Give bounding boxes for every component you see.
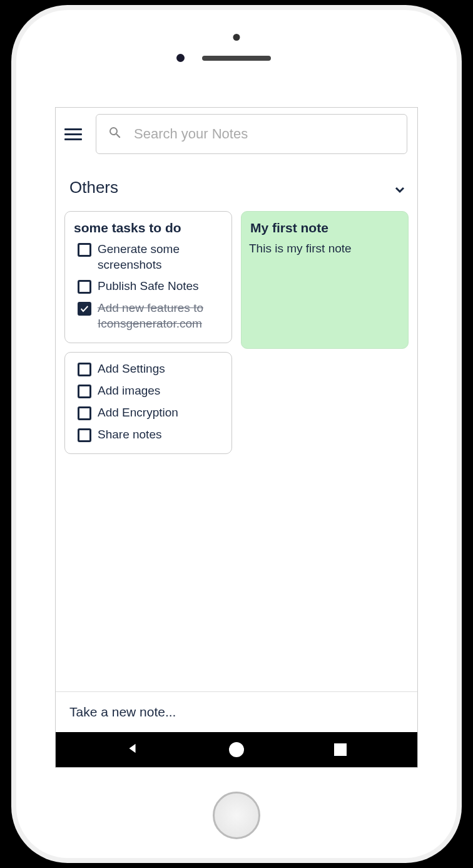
checkbox-unchecked-icon[interactable] — [78, 385, 91, 398]
nav-recent-button[interactable] — [332, 741, 348, 758]
task-row[interactable]: Add Encryption — [73, 405, 224, 421]
search-input[interactable] — [134, 126, 395, 142]
front-camera — [176, 54, 185, 62]
android-nav-bar — [56, 732, 417, 767]
note-title: some tasks to do — [73, 220, 224, 235]
app-screen: Others some tasks to do Generate some sc… — [55, 107, 418, 768]
new-note-button[interactable]: Take a new note... — [56, 691, 417, 732]
note-card-tasks[interactable]: Add Settings Add images Add Encryption — [64, 352, 232, 454]
checkbox-unchecked-icon[interactable] — [78, 428, 91, 442]
note-card-tasks[interactable]: some tasks to do Generate some screensho… — [64, 211, 232, 343]
checkbox-unchecked-icon[interactable] — [78, 280, 91, 294]
home-circle-icon — [229, 742, 244, 757]
menu-button[interactable] — [62, 123, 84, 145]
top-sensor — [233, 34, 240, 41]
phone-home-button[interactable] — [213, 792, 260, 839]
task-label: Add new features to Iconsgenerator.com — [98, 301, 224, 331]
task-label: Add Encryption — [98, 405, 178, 421]
task-row[interactable]: Add images — [73, 383, 224, 399]
task-label: Publish Safe Notes — [98, 279, 199, 294]
earpiece-speaker — [202, 56, 271, 61]
search-icon — [108, 125, 123, 143]
task-label: Generate some screenshots — [98, 242, 224, 272]
task-row[interactable]: Add Settings — [73, 361, 224, 377]
checkbox-unchecked-icon[interactable] — [78, 243, 91, 257]
task-label: Add images — [98, 383, 160, 399]
phone-bezel: Others some tasks to do Generate some sc… — [16, 10, 457, 858]
new-note-label: Take a new note... — [69, 705, 176, 719]
task-row[interactable]: Generate some screenshots — [73, 242, 224, 272]
notes-grid: some tasks to do Generate some screensho… — [56, 205, 417, 460]
note-body: This is my first note — [249, 242, 400, 256]
note-title: My first note — [249, 220, 400, 235]
phone-frame: Others some tasks to do Generate some sc… — [11, 5, 462, 863]
back-triangle-icon — [126, 741, 140, 758]
checkbox-unchecked-icon[interactable] — [78, 363, 91, 376]
checkbox-unchecked-icon[interactable] — [78, 406, 91, 420]
task-row[interactable]: Publish Safe Notes — [73, 279, 224, 294]
task-row[interactable]: Share notes — [73, 427, 224, 443]
section-title: Others — [69, 178, 118, 197]
nav-home-button[interactable] — [228, 741, 245, 758]
note-card-text[interactable]: My first note This is my first note — [241, 211, 409, 349]
nav-back-button[interactable] — [125, 741, 141, 758]
checkbox-checked-icon[interactable] — [78, 302, 91, 316]
app-header — [56, 108, 417, 160]
speaker-row — [176, 54, 297, 62]
recent-square-icon — [334, 743, 347, 756]
task-row[interactable]: Add new features to Iconsgenerator.com — [73, 301, 224, 331]
chevron-down-icon — [392, 182, 404, 194]
task-label: Share notes — [98, 427, 161, 443]
task-label: Add Settings — [98, 361, 165, 377]
search-box[interactable] — [96, 114, 407, 154]
section-header[interactable]: Others — [56, 160, 417, 205]
menu-icon — [64, 128, 82, 130]
